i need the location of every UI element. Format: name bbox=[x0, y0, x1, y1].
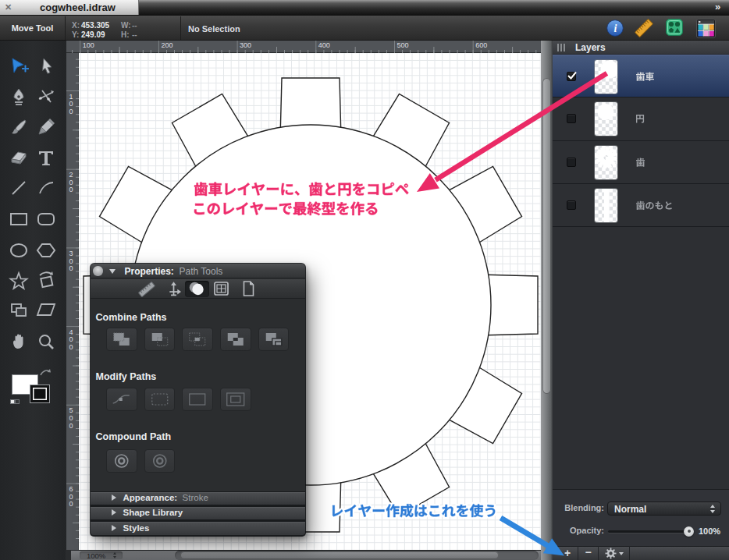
svg-text:0: 0 bbox=[69, 500, 73, 508]
svg-text:0: 0 bbox=[69, 100, 73, 108]
svg-text:200: 200 bbox=[161, 41, 172, 49]
svg-text:3: 3 bbox=[69, 250, 73, 257]
svg-text:0: 0 bbox=[69, 335, 73, 343]
svg-text:1: 1 bbox=[69, 93, 73, 101]
svg-text:0: 0 bbox=[69, 108, 73, 115]
svg-text:0: 0 bbox=[69, 343, 73, 351]
svg-text:0: 0 bbox=[69, 493, 73, 501]
svg-text:500: 500 bbox=[397, 41, 409, 49]
svg-text:5: 5 bbox=[69, 406, 73, 414]
svg-text:300: 300 bbox=[240, 41, 251, 49]
svg-text:4: 4 bbox=[69, 328, 73, 336]
svg-text:0: 0 bbox=[69, 422, 73, 430]
svg-text:400: 400 bbox=[318, 41, 330, 49]
svg-text:100: 100 bbox=[83, 41, 94, 49]
svg-text:0: 0 bbox=[69, 414, 73, 422]
svg-text:0: 0 bbox=[69, 257, 73, 265]
svg-text:0: 0 bbox=[69, 179, 73, 186]
svg-text:0: 0 bbox=[69, 186, 73, 193]
svg-text:6: 6 bbox=[69, 485, 73, 493]
svg-text:2: 2 bbox=[69, 171, 73, 179]
svg-text:600: 600 bbox=[475, 41, 487, 49]
svg-text:0: 0 bbox=[69, 264, 73, 272]
